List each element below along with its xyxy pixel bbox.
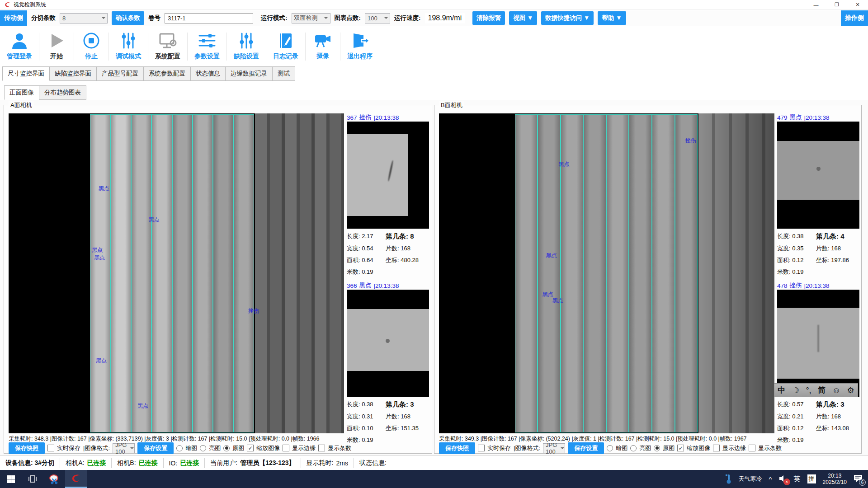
parameter-settings-button[interactable]: 参数设置 [188,32,226,61]
image-format-label: |图像格式: [83,444,110,452]
slit-count-select[interactable]: 8 [60,13,108,23]
system-config-button[interactable]: 系统配置 [148,32,187,61]
moon-icon[interactable]: ☽ [792,386,799,394]
tab-size-monitor[interactable]: 尺寸监控界面 [2,66,50,81]
start-button[interactable]: 开始 [39,32,74,61]
chevron-down-icon[interactable] [322,14,330,23]
tab-status-info[interactable]: 状态信息 [190,66,226,81]
sliders-vertical-icon [119,32,137,49]
log-record-button[interactable]: 日志记录 [266,32,305,61]
ime-pinyin-indicator[interactable]: 拼 [807,474,816,483]
ime-language-mode[interactable]: 中 [778,386,785,394]
task-view-button[interactable] [22,470,43,488]
show-count-checkbox[interactable] [749,445,755,451]
data-quick-access-button[interactable]: 数据快捷访问 ▼ [541,11,594,25]
tab-product-model-config[interactable]: 产品型号配置 [96,66,144,81]
maximize-button[interactable]: ❐ [826,0,847,9]
save-settings-button[interactable]: 保存设置 [137,442,174,454]
chevron-down-icon[interactable] [560,444,565,453]
defect-thumbnail[interactable] [777,290,859,397]
debug-mode-button[interactable]: 调试模式 [109,32,148,61]
roll-number-input[interactable]: 3117-1 [165,13,253,23]
main-tab-strip: 尺寸监控界面 缺陷监控界面 产品型号配置 系统参数配置 状态信息 边缘数据记录 … [2,66,295,81]
close-button[interactable]: ✕ [847,0,868,9]
view-menu-button[interactable]: 视图 ▼ [509,11,537,25]
realtime-save-checkbox[interactable] [47,445,54,451]
save-snapshot-button[interactable]: 保存快照 [439,442,475,454]
tab-front-image[interactable]: 正面图像 [4,85,39,100]
show-edge-checkbox[interactable] [283,445,289,451]
realtime-save-checkbox[interactable] [478,445,485,451]
drive-side-button[interactable]: 传动侧 [0,10,27,26]
show-edge-checkbox[interactable] [713,445,720,451]
run-mode-select[interactable]: 双面检测 [292,13,330,23]
realtime-save-label: 实时保存 [487,444,511,452]
io-connection: IO: 已连接 [164,458,205,468]
defect-marker-label: 黑点 [96,357,107,365]
taskbar-clock[interactable]: 20:13 2025/2/10 [823,473,847,485]
gear-icon[interactable]: ⚙ [847,386,854,394]
original-image-radio[interactable] [654,445,660,451]
bright-image-radio[interactable] [630,445,637,451]
original-image-radio[interactable] [223,445,230,451]
taskbar-app-vision-system[interactable] [65,470,87,488]
defect-card[interactable]: 367 挫伤 |20:13:38 长度: 2.17 第几条: 8 宽度: 0.5… [347,113,429,276]
thermometer-icon[interactable] [726,474,732,484]
dark-image-radio[interactable] [176,445,183,451]
snipping-tool-button[interactable] [43,470,65,488]
defect-card[interactable]: 366 黑点 |20:13:38 长度: 0.38 第几条: 3 宽度: 0.3… [347,282,429,444]
io-connection-status: 已连接 [180,459,199,467]
defect-card[interactable]: 479 黑点 |20:13:38 长度: 0.38 第几条: 4 宽度: 0.3… [777,113,859,276]
capture-button[interactable]: 摄像 [306,33,340,60]
tab-test[interactable]: 测试 [272,66,295,81]
tray-expand-caret[interactable]: ^ [769,475,772,483]
material-bands [698,113,774,433]
defect-type: 挫伤 [790,282,802,290]
stop-button[interactable]: 停止 [74,32,108,61]
volume-muted-icon[interactable]: × [779,475,787,483]
clear-alarm-button[interactable]: 清除报警 [472,11,505,25]
exit-program-button[interactable]: 退出程序 [340,32,379,61]
strip-box [172,114,193,432]
bright-image-radio[interactable] [200,445,206,451]
zoom-image-checkbox[interactable] [677,445,684,451]
app-logo-icon [71,473,81,484]
punctuation-mode-icon[interactable]: °, [806,386,811,394]
help-menu-button[interactable]: 帮助 ▼ [598,11,626,25]
admin-login-button[interactable]: 管理登录 [0,32,39,61]
chart-points-select[interactable]: 100 [365,13,390,23]
defect-settings-button[interactable]: 缺陷设置 [227,32,266,61]
chevron-down-icon[interactable] [99,14,107,23]
strip-overlay [515,114,698,432]
defect-thumbnail[interactable] [777,122,859,229]
ime-language-indicator[interactable]: 英 [794,475,801,483]
tab-system-param-config[interactable]: 系统参数配置 [143,66,191,81]
zoom-image-checkbox[interactable] [247,445,254,451]
defect-thumbnail[interactable] [347,290,429,397]
dark-image-radio[interactable] [607,445,613,451]
minimize-button[interactable]: — [806,0,826,9]
tab-trend-chart[interactable]: 分布趋势图表 [39,85,86,100]
save-snapshot-button[interactable]: 保存快照 [9,442,45,454]
tab-edge-data-record[interactable]: 边缘数据记录 [225,66,273,81]
simplified-chinese-mode[interactable]: 简 [818,386,826,394]
chevron-down-icon[interactable] [382,14,390,23]
chevron-down-icon[interactable] [130,444,135,453]
image-format-select[interactable]: JPG 100 [543,443,565,453]
operator-side-button[interactable]: 操作侧 [841,10,868,26]
display-time-value: 2ms [336,460,348,467]
weather-status[interactable]: 天气寒冷 [739,475,762,483]
action-center-button[interactable]: 6 [854,474,863,484]
defect-card[interactable]: 478 挫伤 |20:13:38 长度: 0.57 第几条: 3 宽度: 0.2… [777,282,859,444]
show-count-checkbox[interactable] [318,445,325,451]
camera-a-connection: 相机A: 已连接 [60,458,112,468]
confirm-count-button[interactable]: 确认条数 [112,11,144,25]
start-button[interactable] [0,470,22,488]
action-label: 开始 [50,52,63,61]
save-settings-button[interactable]: 保存设置 [568,442,604,454]
strip-box [234,114,254,432]
emoji-icon[interactable]: ☺ [832,386,840,394]
image-format-select[interactable]: JPG 100 [113,443,135,453]
defect-thumbnail[interactable] [347,122,429,229]
tab-defect-monitor[interactable]: 缺陷监控界面 [49,66,97,81]
